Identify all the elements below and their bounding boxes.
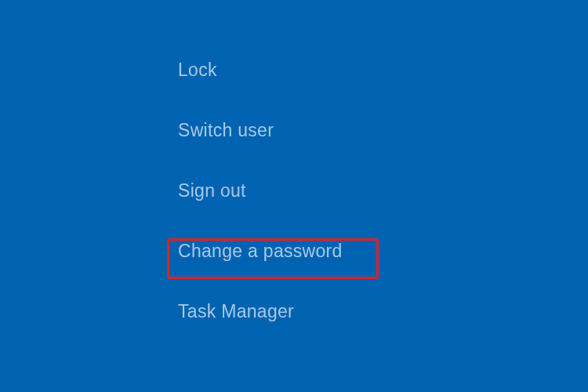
security-options-menu: Lock Switch user Sign out Change a passw… xyxy=(176,56,350,358)
change-password-option[interactable]: Change a password xyxy=(176,238,350,265)
task-manager-option[interactable]: Task Manager xyxy=(176,298,302,325)
lock-option[interactable]: Lock xyxy=(176,56,225,84)
switch-user-option[interactable]: Switch user xyxy=(176,117,281,144)
sign-out-option[interactable]: Sign out xyxy=(176,177,254,205)
